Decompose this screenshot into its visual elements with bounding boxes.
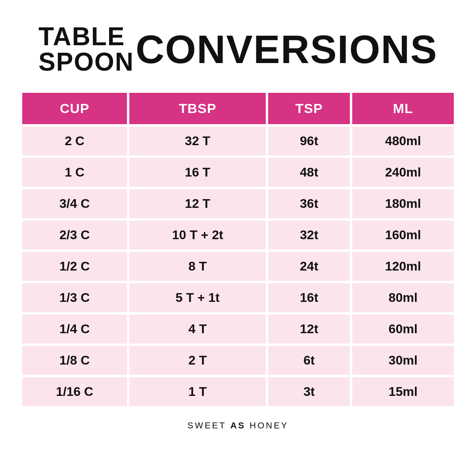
cell-row0-col3: 480ml: [352, 127, 454, 155]
cell-row6-col1: 4 T: [129, 315, 266, 344]
cell-row4-col1: 8 T: [129, 252, 266, 281]
cell-row7-col3: 30ml: [352, 346, 454, 375]
cell-row0-col1: 32 T: [129, 127, 266, 155]
cell-row3-col3: 160ml: [352, 221, 454, 250]
cell-row7-col2: 6t: [268, 346, 350, 375]
cell-row4-col3: 120ml: [352, 252, 454, 281]
table-row: 3/4 C12 T36t180ml: [22, 189, 454, 218]
cell-row5-col2: 16t: [268, 283, 350, 312]
cell-row6-col0: 1/4 C: [22, 315, 127, 344]
cell-row4-col2: 24t: [268, 252, 350, 281]
footer: SWEET AS HONEY: [187, 420, 288, 431]
cell-row8-col3: 15ml: [352, 377, 454, 406]
header-tbsp: TBSP: [129, 93, 266, 124]
cell-row8-col1: 1 T: [129, 377, 266, 406]
cell-row3-col2: 32t: [268, 221, 350, 250]
table-row: 2/3 C10 T + 2t32t160ml: [22, 221, 454, 250]
cell-row0-col2: 96t: [268, 127, 350, 155]
cell-row1-col3: 240ml: [352, 158, 454, 187]
cell-row2-col2: 36t: [268, 189, 350, 218]
cell-row6-col3: 60ml: [352, 315, 454, 344]
cell-row1-col2: 48t: [268, 158, 350, 187]
cell-row1-col0: 1 C: [22, 158, 127, 187]
cell-row2-col1: 12 T: [129, 189, 266, 218]
cell-row0-col0: 2 C: [22, 127, 127, 155]
cell-row4-col0: 1/2 C: [22, 252, 127, 281]
cell-row5-col0: 1/3 C: [22, 283, 127, 312]
cell-row5-col3: 80ml: [352, 283, 454, 312]
cell-row5-col1: 5 T + 1t: [129, 283, 266, 312]
header-ml: ML: [352, 93, 454, 124]
conversion-table: CUP TBSP TSP ML 2 C32 T96t480ml1 C16 T48…: [20, 90, 456, 409]
title-table: TABLE: [38, 24, 134, 49]
title-spoon: SPOON: [38, 49, 134, 75]
cell-row3-col0: 2/3 C: [22, 221, 127, 250]
cell-row7-col0: 1/8 C: [22, 346, 127, 375]
title-left: TABLE SPOON: [38, 24, 134, 75]
cell-row6-col2: 12t: [268, 315, 350, 344]
cell-row8-col2: 3t: [268, 377, 350, 406]
footer-honey: HONEY: [250, 420, 288, 431]
table-row: 1/4 C4 T12t60ml: [22, 315, 454, 344]
footer-as: AS: [230, 420, 246, 431]
cell-row2-col3: 180ml: [352, 189, 454, 218]
table-header-row: CUP TBSP TSP ML: [22, 93, 454, 124]
cell-row2-col0: 3/4 C: [22, 189, 127, 218]
table-row: 1/2 C8 T24t120ml: [22, 252, 454, 281]
cell-row8-col0: 1/16 C: [22, 377, 127, 406]
table-row: 1 C16 T48t240ml: [22, 158, 454, 187]
cell-row1-col1: 16 T: [129, 158, 266, 187]
table-row: 1/8 C2 T6t30ml: [22, 346, 454, 375]
header-cup: CUP: [22, 93, 127, 124]
title-area: TABLE SPOON CONVERSIONS: [20, 24, 456, 75]
title-conversions: CONVERSIONS: [136, 29, 438, 69]
page-wrapper: TABLE SPOON CONVERSIONS CUP TBSP TSP ML …: [20, 0, 456, 431]
table-row: 2 C32 T96t480ml: [22, 127, 454, 155]
cell-row7-col1: 2 T: [129, 346, 266, 375]
table-row: 1/16 C1 T3t15ml: [22, 377, 454, 406]
footer-sweet: SWEET: [187, 420, 226, 431]
table-row: 1/3 C5 T + 1t16t80ml: [22, 283, 454, 312]
header-tsp: TSP: [268, 93, 350, 124]
cell-row3-col1: 10 T + 2t: [129, 221, 266, 250]
